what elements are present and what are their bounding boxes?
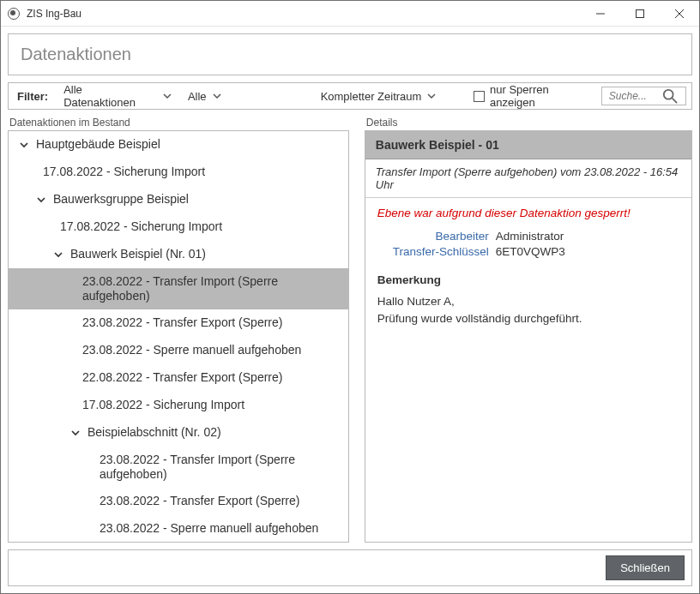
tree-node-structure[interactable]: Bauwerk Beispiel (Nr. 01) bbox=[9, 241, 348, 268]
tree-node-action[interactable]: 17.08.2022 - Sicherung Import bbox=[9, 159, 348, 186]
filter-label: Filter: bbox=[17, 90, 48, 103]
filter-locks-only-label: nur Sperren anzeigen bbox=[490, 83, 596, 109]
filter-time-dropdown[interactable]: Kompletter Zeitraum bbox=[316, 83, 461, 109]
filter-scope-dropdown[interactable]: Alle bbox=[183, 83, 311, 109]
tree-node-action[interactable]: 23.08.2022 - Transfer Import (Sperre auf… bbox=[9, 268, 348, 309]
details-title: Bauwerk Beispiel - 01 bbox=[365, 131, 691, 159]
chevron-down-icon[interactable] bbox=[69, 426, 82, 440]
details-subtitle: Transfer Import (Sperre aufgehoben) vom … bbox=[365, 159, 691, 198]
chevron-down-icon bbox=[212, 91, 222, 101]
search-icon[interactable] bbox=[662, 88, 678, 104]
filter-locks-only-checkbox[interactable]: nur Sperren anzeigen bbox=[474, 83, 596, 109]
chevron-down-icon[interactable] bbox=[51, 248, 65, 261]
tree-node-section[interactable]: Beispielabschnitt (Nr. 02) bbox=[9, 419, 348, 447]
tree-node-action[interactable]: 23.08.2022 - Sperre manuell aufgehoben bbox=[9, 337, 348, 364]
footer: Schließen bbox=[8, 549, 692, 586]
close-button[interactable] bbox=[660, 1, 699, 26]
minimize-button[interactable] bbox=[581, 1, 620, 26]
details-panel: Bauwerk Beispiel - 01 Transfer Import (S… bbox=[365, 130, 692, 543]
details-field-transferkey: Transfer-Schlüssel 6ET0VQWP3 bbox=[377, 245, 679, 258]
checkbox-icon bbox=[474, 91, 485, 102]
app-icon bbox=[8, 8, 20, 20]
window-title: ZIS Ing-Bau bbox=[27, 8, 581, 20]
chevron-down-icon bbox=[162, 91, 172, 101]
tree-node-action[interactable]: 23.08.2022 - Sperre manuell aufgehoben bbox=[9, 515, 348, 542]
titlebar: ZIS Ing-Bau bbox=[1, 1, 699, 27]
svg-rect-1 bbox=[637, 9, 644, 17]
tree-node-action[interactable]: 22.08.2022 - Transfer Export (Sperre) bbox=[9, 364, 348, 392]
filter-type-value: Alle Datenaktionen bbox=[63, 83, 157, 109]
svg-line-5 bbox=[673, 99, 677, 103]
tree-node-action[interactable]: 23.08.2022 - Transfer Import (Sperre auf… bbox=[9, 447, 348, 488]
action-tree[interactable]: Hauptgebäude Beispiel 17.08.2022 - Siche… bbox=[9, 131, 348, 542]
tree-heading: Datenaktionen im Bestand bbox=[8, 117, 349, 129]
details-remark: Hallo Nutzer A, Prüfung wurde vollständi… bbox=[377, 293, 679, 327]
search-input[interactable] bbox=[607, 89, 659, 103]
filter-scope-value: Alle bbox=[188, 90, 207, 103]
tree-node-action[interactable]: 17.08.2022 - Sicherung Import bbox=[9, 213, 348, 241]
close-dialog-button[interactable]: Schließen bbox=[606, 555, 685, 580]
details-warning: Ebene war aufgrund dieser Datenaktion ge… bbox=[377, 207, 679, 219]
filter-type-dropdown[interactable]: Alle Datenaktionen bbox=[58, 83, 178, 109]
filter-bar: Filter: Alle Datenaktionen Alle Komplett… bbox=[8, 82, 692, 110]
tree-node-action[interactable]: 23.08.2022 - Transfer Export (Sperre) bbox=[9, 488, 348, 515]
maximize-button[interactable] bbox=[620, 1, 660, 26]
chevron-down-icon[interactable] bbox=[34, 193, 48, 207]
chevron-down-icon[interactable] bbox=[17, 138, 31, 152]
page-title: Datenaktionen bbox=[8, 33, 692, 75]
tree-node-building[interactable]: Hauptgebäude Beispiel bbox=[9, 131, 348, 159]
details-remark-heading: Bemerkung bbox=[377, 273, 679, 286]
details-field-editor: Bearbeiter Administrator bbox=[377, 230, 679, 243]
tree-node-group[interactable]: Bauwerksgruppe Beispiel bbox=[9, 186, 348, 213]
chevron-down-icon bbox=[426, 91, 437, 101]
details-heading: Details bbox=[365, 117, 692, 129]
tree-node-action[interactable]: 17.08.2022 - Sicherung Import bbox=[9, 392, 348, 419]
svg-point-4 bbox=[664, 90, 673, 99]
tree-node-action[interactable]: 23.08.2022 - Transfer Export (Sperre) bbox=[9, 309, 348, 337]
filter-time-value: Kompletter Zeitraum bbox=[321, 90, 422, 103]
search-field[interactable] bbox=[601, 87, 686, 105]
